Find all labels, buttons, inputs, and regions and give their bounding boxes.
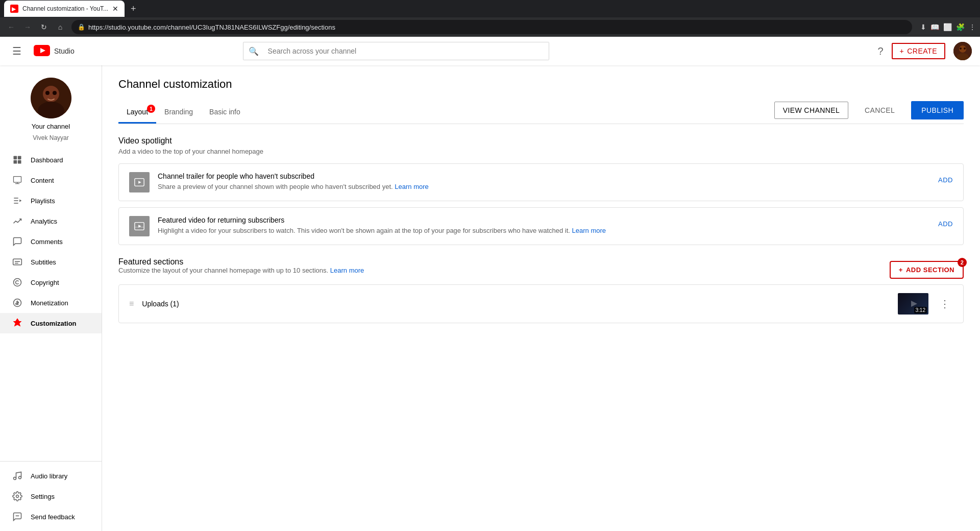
channel-trailer-card: Channel trailer for people who haven't s… (118, 163, 964, 201)
featured-video-add-button[interactable]: ADD (938, 216, 953, 232)
add-section-label: ADD SECTION (906, 266, 954, 274)
channel-trailer-add-button[interactable]: ADD (938, 172, 953, 188)
sidebar-item-analytics[interactable]: Analytics (0, 211, 102, 231)
uploads-card: ≡ Uploads (1) 3:12 ⋮ (118, 284, 964, 323)
svg-point-8 (964, 47, 966, 50)
sidebar-item-playlists[interactable]: Playlists (0, 190, 102, 211)
featured-video-card: Featured video for returning subscribers… (118, 207, 964, 245)
svg-point-7 (960, 47, 962, 50)
header-actions: ? + CREATE (877, 42, 972, 60)
channel-trailer-desc: Share a preview of your channel shown wi… (158, 182, 930, 191)
featured-video-learn-more[interactable]: Learn more (572, 227, 606, 234)
uploads-more-options-button[interactable]: ⋮ (937, 296, 953, 312)
url-text: https://studio.youtube.com/channel/UC3Iu… (88, 23, 906, 31)
home-button[interactable]: ⌂ (53, 20, 67, 34)
svg-point-28 (14, 477, 16, 480)
tab-branding-label: Branding (164, 108, 193, 116)
sidebar-bottom: Audio library Settings Send feedback (0, 461, 102, 531)
content-area: Channel customization Layout 1 Branding … (102, 65, 980, 531)
lock-icon: 🔒 (78, 23, 85, 31)
featured-video-desc: Highlight a video for your subscribers t… (158, 226, 930, 235)
create-icon: + (900, 47, 904, 55)
tabs-button[interactable]: ⬜ (943, 23, 952, 31)
reload-button[interactable]: ↻ (37, 20, 51, 34)
main-layout: Your channel Vivek Nayyar Dashboard Cont… (0, 65, 980, 531)
hamburger-menu-button[interactable]: ☰ (8, 41, 26, 61)
tab-basic-info[interactable]: Basic info (201, 102, 249, 124)
sidebar-item-subtitles[interactable]: Subtitles (0, 252, 102, 272)
svg-rect-15 (18, 156, 21, 160)
sidebar-item-copyright[interactable]: Copyright (0, 272, 102, 293)
help-button[interactable]: ? (877, 45, 883, 57)
audio-library-icon (12, 471, 22, 481)
search-bar[interactable]: 🔍 (243, 42, 549, 60)
svg-point-13 (53, 91, 57, 95)
downloads-button[interactable]: ⬇ (920, 23, 926, 31)
logo[interactable]: Studio (34, 45, 75, 58)
video-spotlight-subtitle: Add a video to the top of your channel h… (118, 148, 964, 155)
create-button[interactable]: + CREATE (892, 43, 945, 59)
sidebar-item-settings[interactable]: Settings (0, 486, 102, 506)
extensions-button[interactable]: 🧩 (956, 23, 965, 31)
channel-trailer-title: Channel trailer for people who haven't s… (158, 172, 930, 180)
sidebar-item-label-comments: Comments (31, 238, 63, 246)
avatar-image (953, 42, 972, 60)
sidebar-item-label-copyright: Copyright (31, 279, 59, 286)
sidebar-item-label-customization: Customization (31, 320, 77, 327)
channel-trailer-learn-more[interactable]: Learn more (395, 183, 428, 190)
featured-video-icon (129, 216, 150, 236)
sidebar-item-comments[interactable]: Comments (0, 231, 102, 252)
svg-point-12 (45, 91, 50, 95)
customization-icon (12, 318, 22, 328)
tab-close-button[interactable]: ✕ (112, 5, 118, 13)
forward-button[interactable]: → (20, 20, 35, 34)
browser-nav-actions: ⬇ 📖 ⬜ 🧩 ⋮ (920, 23, 976, 31)
drag-handle-icon[interactable]: ≡ (129, 299, 134, 308)
tab-title: Channel customization - YouT... (22, 5, 108, 12)
tab-layout[interactable]: Layout 1 (118, 102, 156, 124)
featured-sections-learn-more[interactable]: Learn more (330, 267, 364, 274)
uploads-title: Uploads (1) (142, 300, 890, 308)
tab-actions: VIEW CHANNEL CANCEL PUBLISH (774, 101, 964, 124)
playlists-icon (12, 196, 22, 206)
video-duration: 3:12 (914, 307, 927, 313)
cancel-button[interactable]: CANCEL (856, 102, 903, 118)
bookmarks-button[interactable]: 📖 (930, 23, 939, 31)
svg-rect-18 (14, 177, 21, 183)
search-input[interactable] (264, 42, 549, 60)
sidebar-item-customization[interactable]: Customization (0, 313, 102, 333)
sidebar-item-label-dashboard: Dashboard (31, 156, 63, 164)
svg-rect-16 (14, 160, 17, 164)
channel-info: Your channel Vivek Nayyar (0, 65, 102, 150)
active-tab[interactable]: ▶ Channel customization - YouT... ✕ (4, 1, 125, 17)
add-section-button[interactable]: + ADD SECTION 2 (890, 261, 964, 279)
tab-branding[interactable]: Branding (156, 102, 201, 124)
sidebar-item-audio-library[interactable]: Audio library (0, 466, 102, 486)
svg-text:▶: ▶ (12, 6, 16, 12)
publish-button[interactable]: PUBLISH (911, 101, 964, 119)
new-tab-button[interactable]: + (127, 2, 140, 16)
content-icon (12, 175, 22, 185)
svg-rect-23 (13, 259, 22, 265)
back-button[interactable]: ← (4, 20, 18, 34)
add-section-plus-icon: + (899, 266, 903, 274)
sidebar-item-send-feedback[interactable]: Send feedback (0, 506, 102, 527)
svg-point-29 (19, 476, 21, 479)
comments-icon (12, 236, 22, 247)
studio-text: Studio (54, 47, 75, 55)
browser-chrome: ▶ Channel customization - YouT... ✕ + ← … (0, 0, 980, 37)
view-channel-button[interactable]: VIEW CHANNEL (774, 102, 848, 119)
featured-sections-title: Featured sections (118, 257, 364, 267)
address-bar[interactable]: 🔒 https://studio.youtube.com/channel/UC3… (71, 20, 912, 34)
featured-sections-area: Featured sections Customize the layout o… (118, 257, 964, 323)
user-avatar-button[interactable] (953, 42, 972, 60)
sidebar-item-content[interactable]: Content (0, 170, 102, 190)
svg-point-30 (16, 495, 19, 498)
sidebar-item-dashboard[interactable]: Dashboard (0, 150, 102, 170)
youtube-logo (34, 45, 50, 58)
browser-menu-button[interactable]: ⋮ (969, 23, 976, 31)
channel-avatar (31, 78, 71, 118)
sidebar-item-monetization[interactable]: Monetization (0, 293, 102, 313)
sidebar-item-label-audio-library: Audio library (31, 472, 67, 480)
feedback-icon (12, 512, 22, 522)
